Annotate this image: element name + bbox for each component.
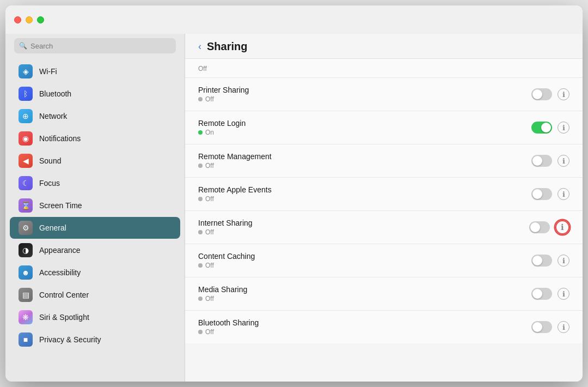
toggle-remote-management[interactable] — [531, 155, 552, 167]
sidebar-item-label-screentime: Screen Time — [39, 201, 82, 210]
sidebar-item-label-siri: Siri & Spotlight — [39, 313, 89, 322]
setting-row-content-caching: Content CachingOffℹ — [185, 244, 583, 277]
setting-name-internet-sharing: Internet Sharing — [198, 219, 529, 227]
bluetooth-icon: ᛒ — [19, 87, 33, 101]
status-dot-bluetooth-sharing — [198, 330, 203, 334]
screentime-icon: ⌛ — [19, 198, 33, 213]
sidebar-item-controlcenter[interactable]: ▤Control Center — [10, 284, 180, 306]
sidebar-item-label-appearance: Appearance — [39, 246, 81, 255]
sidebar-item-label-controlcenter: Control Center — [39, 291, 89, 299]
toggle-remote-apple-events[interactable] — [531, 188, 552, 200]
toggle-thumb-remote-apple-events — [532, 189, 542, 199]
sidebar-item-general[interactable]: ⚙General — [10, 217, 180, 239]
setting-row-bluetooth-sharing: Bluetooth SharingOffℹ — [185, 311, 583, 343]
status-text-bluetooth-sharing: Off — [205, 328, 214, 336]
setting-status-printer-sharing: Off — [198, 95, 531, 103]
network-icon: ⊕ — [19, 109, 33, 123]
sidebar-item-label-network: Network — [39, 112, 67, 120]
appearance-icon: ◑ — [19, 243, 33, 257]
sidebar-item-notifications[interactable]: ◉Notifications — [10, 128, 180, 149]
toggle-content-caching[interactable] — [531, 255, 552, 267]
sidebar-item-label-privacy: Privacy & Security — [39, 335, 101, 344]
setting-info-printer-sharing: Printer SharingOff — [198, 86, 531, 103]
status-text-remote-apple-events: Off — [205, 195, 214, 203]
toggle-thumb-remote-management — [532, 156, 542, 166]
info-button-internet-sharing[interactable]: ℹ — [555, 220, 569, 234]
info-button-remote-apple-events[interactable]: ℹ — [558, 188, 569, 200]
privacy-icon: ■ — [19, 332, 33, 347]
toggle-printer-sharing[interactable] — [531, 88, 552, 100]
setting-status-content-caching: Off — [198, 262, 531, 269]
focus-icon: ☾ — [19, 176, 33, 190]
setting-name-printer-sharing: Printer Sharing — [198, 86, 531, 94]
sidebar: 🔍 ◈Wi-FiᛒBluetooth⊕Network◉Notifications… — [5, 5, 185, 382]
status-text-printer-sharing: Off — [205, 95, 214, 103]
status-text-media-sharing: Off — [205, 295, 214, 303]
search-container: 🔍 — [14, 38, 176, 53]
siri-icon: ❋ — [19, 310, 33, 324]
setting-controls-content-caching: ℹ — [531, 255, 569, 267]
sidebar-item-privacy[interactable]: ■Privacy & Security — [10, 329, 180, 350]
toggle-thumb-remote-login — [541, 123, 551, 132]
setting-status-remote-login: On — [198, 129, 531, 136]
setting-controls-remote-management: ℹ — [531, 155, 569, 167]
toggle-remote-login[interactable] — [531, 122, 552, 134]
sidebar-item-siri[interactable]: ❋Siri & Spotlight — [10, 306, 180, 328]
status-text-remote-management: Off — [205, 162, 214, 170]
status-dot-remote-apple-events — [198, 197, 203, 201]
status-dot-media-sharing — [198, 297, 203, 301]
accessibility-icon: ☻ — [19, 265, 33, 280]
sidebar-item-wifi[interactable]: ◈Wi-Fi — [10, 61, 180, 82]
minimize-button[interactable] — [26, 16, 33, 23]
setting-info-content-caching: Content CachingOff — [198, 252, 531, 269]
info-button-remote-management[interactable]: ℹ — [558, 155, 569, 167]
toggle-bluetooth-sharing[interactable] — [531, 321, 552, 333]
setting-controls-remote-login: ℹ — [531, 122, 569, 134]
toggle-media-sharing[interactable] — [531, 288, 552, 300]
sidebar-item-network[interactable]: ⊕Network — [10, 105, 180, 127]
setting-name-bluetooth-sharing: Bluetooth Sharing — [198, 318, 531, 327]
back-button[interactable]: ‹ — [198, 41, 201, 52]
setting-info-remote-apple-events: Remote Apple EventsOff — [198, 185, 531, 203]
sidebar-item-label-general: General — [39, 223, 66, 232]
sidebar-item-accessibility[interactable]: ☻Accessibility — [10, 262, 180, 283]
setting-info-remote-login: Remote LoginOn — [198, 119, 531, 136]
search-input[interactable] — [14, 38, 176, 53]
setting-name-remote-management: Remote Management — [198, 152, 531, 161]
status-dot-internet-sharing — [198, 230, 203, 234]
setting-name-content-caching: Content Caching — [198, 252, 531, 261]
toggle-internet-sharing[interactable] — [529, 221, 550, 233]
status-dot-printer-sharing — [198, 97, 203, 101]
setting-row-remote-login: Remote LoginOnℹ — [185, 111, 583, 144]
setting-status-internet-sharing: Off — [198, 228, 529, 236]
sidebar-item-label-focus: Focus — [39, 179, 60, 188]
maximize-button[interactable] — [37, 16, 44, 23]
setting-status-remote-apple-events: Off — [198, 195, 531, 203]
info-button-media-sharing[interactable]: ℹ — [558, 288, 569, 300]
toggle-thumb-internet-sharing — [530, 222, 540, 232]
sidebar-item-label-bluetooth: Bluetooth — [39, 89, 71, 98]
info-button-remote-login[interactable]: ℹ — [558, 122, 569, 134]
setting-row-media-sharing: Media SharingOffℹ — [185, 277, 583, 311]
sidebar-item-bluetooth[interactable]: ᛒBluetooth — [10, 83, 180, 105]
sidebar-item-focus[interactable]: ☾Focus — [10, 172, 180, 194]
info-button-printer-sharing[interactable]: ℹ — [558, 88, 569, 100]
controlcenter-icon: ▤ — [19, 288, 33, 302]
setting-controls-bluetooth-sharing: ℹ — [531, 321, 569, 333]
close-button[interactable] — [14, 16, 21, 23]
sidebar-item-sound[interactable]: ◀Sound — [10, 150, 180, 172]
wifi-icon: ◈ — [19, 64, 33, 78]
notifications-icon: ◉ — [19, 131, 33, 146]
setting-row-remote-management: Remote ManagementOffℹ — [185, 144, 583, 178]
setting-row-printer-sharing: Printer SharingOffℹ — [185, 78, 583, 111]
setting-info-remote-management: Remote ManagementOff — [198, 152, 531, 170]
setting-controls-media-sharing: ℹ — [531, 288, 569, 300]
setting-name-remote-login: Remote Login — [198, 119, 531, 128]
page-title: Sharing — [207, 40, 247, 53]
main-window: 🔍 ◈Wi-FiᛒBluetooth⊕Network◉Notifications… — [5, 5, 583, 382]
info-button-content-caching[interactable]: ℹ — [558, 255, 569, 267]
sidebar-item-appearance[interactable]: ◑Appearance — [10, 239, 180, 261]
general-icon: ⚙ — [19, 221, 33, 235]
info-button-bluetooth-sharing[interactable]: ℹ — [558, 321, 569, 333]
sidebar-item-screentime[interactable]: ⌛Screen Time — [10, 195, 180, 216]
